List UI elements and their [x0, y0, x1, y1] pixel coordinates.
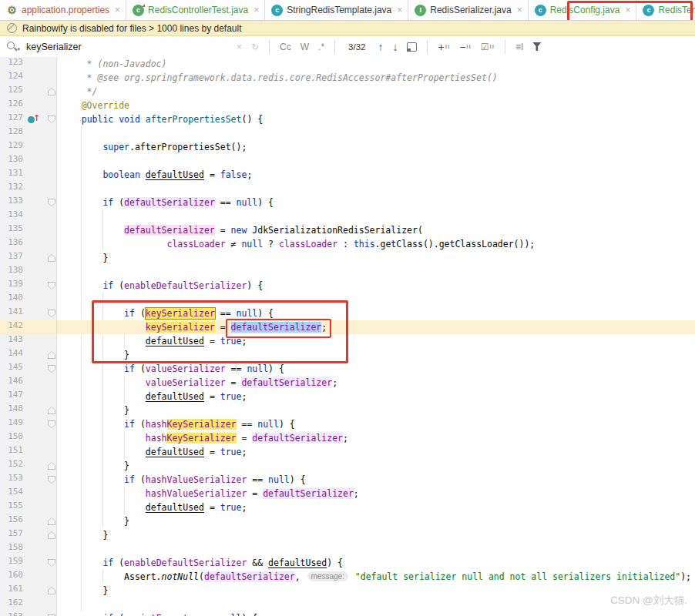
fold-marker-end-icon[interactable] — [48, 351, 55, 359]
fold-marker-open-icon[interactable] — [48, 420, 55, 428]
code-line[interactable]: super.afterPropertiesSet(); — [57, 140, 695, 154]
search-input[interactable] — [25, 41, 232, 53]
fold-marker-open-icon[interactable] — [48, 282, 55, 290]
line-number: 156 — [8, 514, 23, 524]
line-number: 154 — [8, 487, 23, 497]
code-line[interactable]: valueSerializer = defaultSerializer; — [57, 376, 695, 390]
code-line[interactable]: defaultUsed = true; — [57, 334, 695, 348]
code-line[interactable]: } — [57, 251, 695, 265]
regex-toggle[interactable]: .* — [314, 42, 329, 52]
code-line[interactable] — [57, 209, 695, 223]
search-history-icon[interactable]: ↻ — [247, 42, 264, 52]
tab-application-properties[interactable]: ⚙application.properties× — [0, 0, 126, 20]
close-tab-icon[interactable]: × — [397, 5, 402, 15]
line-number: 163 — [8, 611, 23, 616]
code-line[interactable]: * (non-Javadoc) — [57, 57, 695, 71]
code-line[interactable]: */ — [57, 85, 695, 99]
whole-words-toggle[interactable]: W — [296, 42, 314, 52]
fold-marker-end-icon[interactable] — [48, 517, 55, 525]
match-case-toggle[interactable]: Cc — [275, 42, 296, 52]
code-line[interactable]: Assert.notNull(defaultSerializer, messag… — [57, 570, 695, 584]
code-line[interactable] — [57, 265, 695, 279]
code-line[interactable]: * @see org.springframework.data.redis.co… — [57, 71, 695, 85]
code-line[interactable]: if (enableDefaultSerializer) { — [57, 279, 695, 293]
code-line[interactable]: defaultUsed = true; — [57, 390, 695, 403]
previous-occurrence-button[interactable]: ↑ — [373, 41, 388, 53]
code-line[interactable]: defaultUsed = true; — [57, 445, 695, 459]
filter-funnel-icon[interactable] — [528, 42, 546, 51]
close-tab-icon[interactable]: × — [115, 5, 120, 15]
code-line[interactable] — [57, 126, 695, 140]
code-line[interactable]: } — [57, 459, 695, 473]
code-line-row: 127 public void afterPropertiesSet() { — [0, 112, 695, 126]
fold-marker-open-icon[interactable] — [48, 365, 55, 373]
tab-redisconfig-java[interactable]: cRedisConfig.java× — [529, 0, 637, 20]
code-line[interactable] — [57, 182, 695, 196]
remove-selection-icon[interactable]: −II — [455, 41, 476, 53]
fold-marker-open-icon[interactable] — [48, 559, 55, 567]
code-line[interactable]: defaultSerializer = new JdkSerialization… — [57, 223, 695, 237]
fold-marker-end-icon[interactable] — [48, 407, 55, 414]
fold-marker-end-icon[interactable] — [48, 254, 55, 262]
gutter: 130 — [0, 154, 57, 168]
code-line[interactable]: if (scriptExecutor == null) { — [57, 611, 695, 616]
code-line[interactable]: if (defaultSerializer == null) { — [57, 196, 695, 209]
code-line[interactable]: public void afterPropertiesSet() { — [57, 112, 695, 126]
code-line[interactable]: if (enableDefaultSerializer && defaultUs… — [57, 556, 695, 570]
gutter: 141 — [0, 306, 57, 320]
line-number: 130 — [8, 154, 23, 164]
code-line[interactable] — [57, 542, 695, 556]
code-line[interactable]: if (keySerializer == null) { — [57, 306, 695, 320]
code-line[interactable] — [57, 293, 695, 306]
code-line[interactable]: hashKeySerializer = defaultSerializer; — [57, 431, 695, 445]
test-class-file-icon: c — [133, 5, 144, 16]
close-tab-icon[interactable]: × — [253, 5, 259, 15]
code-line[interactable]: boolean defaultUsed = false; — [57, 168, 695, 182]
line-number: 144 — [8, 348, 23, 358]
code-line[interactable]: defaultUsed = true; — [57, 500, 695, 514]
tab-stringredistemplate-java[interactable]: cStringRedisTemplate.java× — [265, 0, 408, 20]
next-occurrence-button[interactable]: ↓ — [388, 41, 402, 53]
code-line[interactable]: keySerializer = defaultSerializer; — [57, 320, 695, 334]
fold-marker-open-icon[interactable] — [48, 310, 55, 317]
code-line[interactable]: if (valueSerializer == null) { — [57, 362, 695, 376]
code-line-row: 150 hashKeySerializer = defaultSerialize… — [0, 431, 695, 445]
code-line[interactable]: if (hashValueSerializer == null) { — [57, 473, 695, 487]
tab-rediscontrollertest-java[interactable]: cRedisControllerTest.java× — [126, 0, 265, 20]
code-line[interactable]: if (hashKeySerializer == null) { — [57, 417, 695, 431]
select-all-occurrences-icon[interactable] — [402, 42, 421, 52]
code-line[interactable]: } — [57, 528, 695, 542]
fold-marker-open-icon[interactable] — [48, 199, 55, 206]
code-line[interactable]: } — [57, 584, 695, 598]
code-line[interactable]: } — [57, 403, 695, 417]
code-line[interactable]: hashValueSerializer = defaultSerializer; — [57, 487, 695, 500]
code-line[interactable]: } — [57, 514, 695, 528]
code-line-row: 152 } — [0, 459, 695, 473]
fold-marker-end-icon[interactable] — [48, 531, 55, 539]
overrides-method-icon[interactable] — [28, 116, 35, 123]
code-line[interactable]: @Override — [57, 99, 695, 112]
code-line[interactable] — [57, 154, 695, 168]
gutter: 127 — [0, 112, 57, 126]
fold-marker-open-icon[interactable] — [48, 116, 55, 123]
tab-redisserializer-java[interactable]: IRedisSerializer.java× — [408, 0, 528, 20]
fold-marker-end-icon[interactable] — [48, 88, 55, 95]
code-line[interactable]: classLoader ≠ null ? classLoader : this.… — [57, 237, 695, 251]
fold-marker-open-icon[interactable] — [48, 476, 55, 484]
clear-search-icon[interactable]: × — [232, 42, 247, 52]
tab-redistemplate-java[interactable]: cRedisTemplate.java× — [636, 0, 695, 20]
class-file-icon: c — [271, 5, 283, 16]
code-line[interactable] — [57, 598, 695, 611]
add-selection-icon[interactable]: +II — [433, 41, 455, 53]
close-tab-icon[interactable]: × — [517, 5, 522, 15]
gutter: 135 — [0, 223, 57, 237]
code-editor[interactable]: 123 * (non-Javadoc)124 * @see org.spring… — [0, 57, 695, 616]
close-tab-icon[interactable]: × — [625, 5, 630, 15]
code-line-row: 134 — [0, 209, 695, 223]
select-occurrences-icon[interactable]: ☑II — [476, 42, 499, 52]
fold-marker-end-icon[interactable] — [48, 587, 55, 594]
line-number: 137 — [8, 251, 23, 261]
multiline-search-icon[interactable]: ≡I — [511, 42, 528, 52]
fold-marker-end-icon[interactable] — [48, 462, 55, 470]
code-line[interactable]: } — [57, 348, 695, 362]
